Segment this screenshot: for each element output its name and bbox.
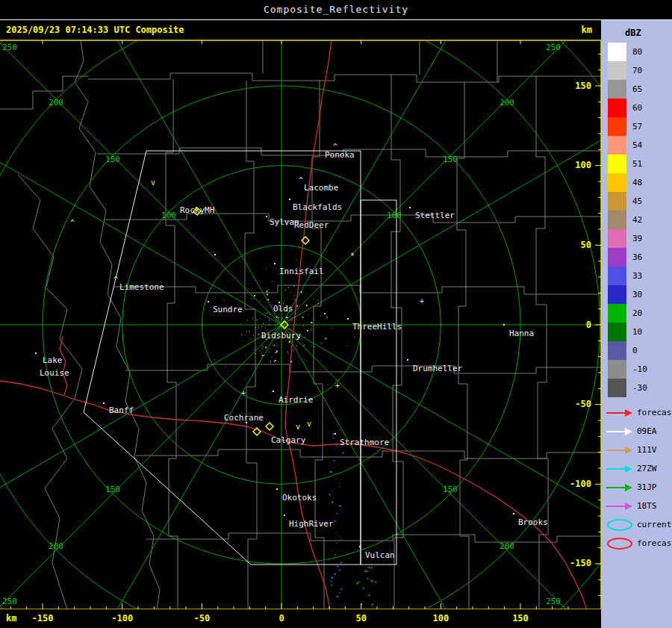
town-dot-icon (279, 302, 280, 303)
echo-dot (271, 357, 272, 358)
echo-dot (333, 475, 334, 476)
echo-dot (335, 554, 336, 556)
echo-dot (292, 345, 293, 346)
bottom-axis-label: -50 (193, 613, 210, 624)
dbz-scale-row: 42 (601, 211, 672, 229)
echo-dot (284, 302, 284, 302)
dbz-value: 70 (632, 66, 642, 75)
echo-dot (256, 346, 257, 347)
echo-dot (340, 588, 342, 590)
dbz-value: 39 (632, 234, 642, 243)
dbz-swatch (608, 136, 626, 155)
town-dot-icon (214, 254, 216, 255)
radar-site-diamond-icon (266, 423, 273, 430)
dbz-swatch (608, 304, 626, 323)
radial-line (0, 116, 281, 325)
town-dot-icon (274, 263, 276, 264)
dbz-value: 65 (632, 84, 642, 94)
echo-dot (337, 566, 339, 568)
echo-dot (306, 306, 307, 307)
caret-marker-icon: ^ (70, 219, 75, 227)
echo-dot (298, 292, 299, 293)
city-label: Brooks (518, 517, 548, 527)
echo-dot (345, 316, 346, 317)
echo-dot (337, 596, 338, 597)
dbz-swatch (608, 229, 626, 248)
echo-dot (366, 571, 367, 572)
dbz-scale-row: 51 (601, 155, 672, 173)
city-label: Stettler (415, 211, 455, 220)
echo-dot (314, 320, 314, 320)
plus-marker-icon: + (420, 297, 424, 305)
radar-map-canvas[interactable]: 2502502502502002002002001501501501501001… (0, 40, 601, 609)
echo-dot (347, 346, 348, 346)
ring-label: 250 (2, 43, 17, 52)
ring-label: 100 (161, 211, 176, 220)
echo-dot (275, 352, 276, 353)
echo-dot (272, 305, 273, 305)
echo-dot (329, 494, 331, 495)
echo-dot (356, 582, 358, 584)
bottom-axis-label: 100 (432, 613, 449, 624)
echo-dot (270, 324, 270, 325)
dbz-value: 54 (632, 140, 642, 150)
echo-dot (372, 581, 373, 582)
echo-dot (292, 320, 293, 320)
echo-dot (289, 341, 290, 343)
coverage-outline (84, 151, 361, 565)
town-dot-icon (103, 402, 105, 404)
plus-marker-icon: + (335, 382, 340, 390)
dbz-swatch (608, 323, 626, 341)
echo-dot (311, 322, 312, 323)
track-arrow-icon (605, 481, 635, 494)
town-dot-icon (208, 301, 209, 302)
dbz-value: 10 (632, 327, 642, 337)
dbz-swatch (608, 155, 626, 173)
echo-dot (268, 312, 269, 313)
echo-dot (369, 594, 370, 596)
dbz-swatch (608, 360, 626, 379)
county-boundary (18, 175, 54, 287)
echo-dot (272, 281, 273, 282)
echo-dot (335, 573, 336, 575)
echo-dot (308, 315, 308, 316)
echo-dot (255, 327, 256, 328)
city-label: Hanna (509, 329, 534, 338)
echo-dot (332, 490, 332, 491)
town-dot-icon (513, 513, 514, 514)
echo-dot (251, 298, 252, 299)
echo-dot (267, 355, 267, 355)
echo-dot (241, 335, 242, 336)
echo-dot (269, 289, 270, 290)
echo-dot (294, 295, 295, 296)
city-label: Lake (43, 355, 63, 365)
city-label: Strathmore (340, 438, 389, 447)
track-ellipse-icon (605, 518, 635, 532)
echo-dot (342, 453, 343, 454)
echo-dot (301, 291, 302, 293)
echo-dot (225, 367, 225, 367)
right-axis-label: 50 (581, 240, 591, 250)
echo-dot (303, 346, 304, 346)
city-label: Limestone (119, 282, 164, 292)
city-label: Cochrane (224, 413, 264, 423)
echo-dot (294, 317, 295, 317)
echo-dot (326, 338, 327, 339)
echo-dot (371, 579, 373, 581)
echo-dot (318, 300, 319, 301)
echo-dot (261, 326, 262, 327)
dbz-scale-row: 60 (601, 99, 672, 117)
bottom-axis-label: -100 (111, 613, 133, 624)
echo-dot (293, 286, 294, 287)
echo-dot (311, 330, 311, 331)
city-label: Calgary (271, 435, 306, 445)
asterisk-marker-icon: * (350, 252, 355, 260)
title-bar: Composite_Reflectivity (0, 0, 672, 20)
echo-dot (320, 305, 321, 305)
city-label: Airdrie (279, 395, 313, 405)
echo-dot (257, 320, 258, 320)
dbz-value: 30 (632, 290, 642, 299)
ring-label: 200 (49, 98, 63, 108)
echo-dot (295, 299, 296, 300)
echo-dot (275, 360, 276, 361)
